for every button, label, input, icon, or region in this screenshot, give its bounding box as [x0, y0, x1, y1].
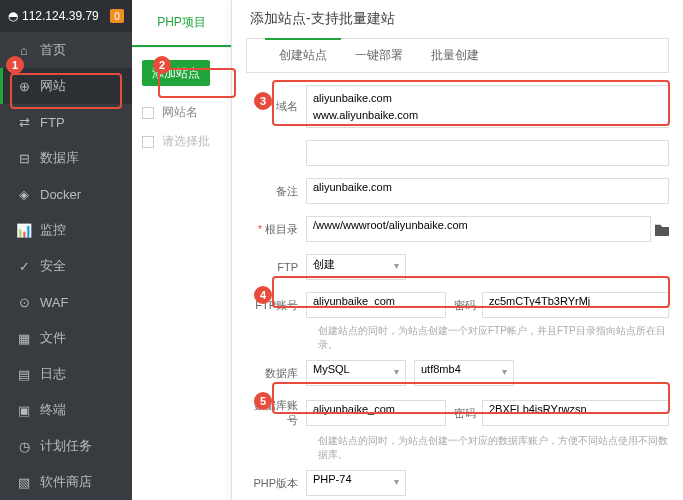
input-ftp-pw[interactable]: zc5mCTy4Tb3RYrMj — [482, 292, 669, 318]
tab-deploy[interactable]: 一键部署 — [341, 39, 417, 72]
select-charset[interactable]: utf8mb4 — [414, 360, 514, 386]
sidebar-icon: ⊟ — [16, 150, 32, 166]
label-remark: 备注 — [246, 184, 306, 199]
col-sitename: 网站名 — [162, 104, 198, 121]
select-db[interactable]: MySQL — [306, 360, 406, 386]
input-extra[interactable] — [306, 140, 669, 166]
checkbox-all[interactable] — [142, 107, 154, 119]
sidebar-label: 日志 — [40, 365, 66, 383]
tab-batch[interactable]: 批量创建 — [417, 39, 493, 72]
site-list-header: 网站名 — [132, 98, 231, 127]
ip-address: 112.124.39.79 — [22, 9, 99, 23]
sidebar-icon: ⊙ — [16, 294, 32, 310]
sidebar-label: 安全 — [40, 257, 66, 275]
sidebar-header: ◓ 112.124.39.79 0 — [0, 0, 132, 32]
label-php: PHP版本 — [246, 476, 306, 491]
label-db: 数据库 — [246, 366, 306, 381]
shield-icon: ◓ — [8, 9, 18, 23]
callout-4: 4 — [254, 286, 272, 304]
callout-5: 5 — [254, 392, 272, 410]
callout-3: 3 — [254, 92, 272, 110]
sidebar-item-10[interactable]: ▣终端 — [0, 392, 132, 428]
sidebar-label: 软件商店 — [40, 473, 92, 491]
sidebar-item-5[interactable]: 📊监控 — [0, 212, 132, 248]
project-tabs: PHP项目 — [132, 0, 231, 48]
sidebar-label: FTP — [40, 115, 65, 130]
input-domain[interactable]: aliyunbaike.com www.aliyunbaike.com — [306, 85, 669, 128]
sidebar-icon: ⌂ — [16, 42, 32, 58]
site-list-empty: 请选择批 — [132, 127, 231, 156]
sidebar-label: 首页 — [40, 41, 66, 59]
sidebar-icon: ◷ — [16, 438, 32, 454]
sidebar-item-11[interactable]: ◷计划任务 — [0, 428, 132, 464]
sidebar-icon: ▦ — [16, 330, 32, 346]
add-site-modal: 添加站点-支持批量建站 创建站点 一键部署 批量创建 域名 aliyunbaik… — [232, 0, 683, 500]
sidebar-label: 数据库 — [40, 149, 79, 167]
sidebar-icon: ✓ — [16, 258, 32, 274]
input-db-pw[interactable]: 2BXFLb4isRYrwzsn — [482, 400, 669, 426]
input-remark[interactable]: aliyunbaike.com — [306, 178, 669, 204]
sidebar-item-1[interactable]: ⊕网站 — [0, 68, 132, 104]
sidebar-label: 文件 — [40, 329, 66, 347]
select-php[interactable]: PHP-74 — [306, 470, 406, 496]
checkbox[interactable] — [142, 136, 154, 148]
label-db-pw: 密码 — [446, 406, 482, 421]
sidebar-item-2[interactable]: ⇄FTP — [0, 104, 132, 140]
sidebar-icon: ◈ — [16, 186, 32, 202]
input-db-user[interactable]: aliyunbaike_com — [306, 400, 446, 426]
sidebar-item-7[interactable]: ⊙WAF — [0, 284, 132, 320]
sidebar-item-12[interactable]: ▧软件商店 — [0, 464, 132, 500]
hint-db: 创建站点的同时，为站点创建一个对应的数据库账户，方便不同站点使用不同数据库。 — [318, 434, 669, 462]
notification-badge[interactable]: 0 — [110, 9, 124, 23]
sidebar-icon: ⊕ — [16, 78, 32, 94]
folder-icon[interactable] — [655, 222, 669, 236]
sidebar-label: 监控 — [40, 221, 66, 239]
sidebar-icon: 📊 — [16, 222, 32, 238]
site-column: PHP项目 添加站点 网站名 请选择批 — [132, 0, 232, 500]
form: 域名 aliyunbaike.com www.aliyunbaike.com 备… — [232, 73, 683, 500]
sidebar-label: 终端 — [40, 401, 66, 419]
sidebar-item-4[interactable]: ◈Docker — [0, 176, 132, 212]
hint-ftp: 创建站点的同时，为站点创建一个对应FTP帐户，并且FTP目录指向站点所在目录。 — [318, 324, 669, 352]
label-ftp: FTP — [246, 261, 306, 273]
sidebar-item-6[interactable]: ✓安全 — [0, 248, 132, 284]
sidebar-label: 计划任务 — [40, 437, 92, 455]
sidebar: ◓ 112.124.39.79 0 ⌂首页⊕网站⇄FTP⊟数据库◈Docker📊… — [0, 0, 132, 500]
label-root: 根目录 — [246, 222, 306, 237]
input-ftp-user[interactable]: aliyunbaike_com — [306, 292, 446, 318]
tab-create[interactable]: 创建站点 — [265, 38, 341, 72]
sidebar-label: Docker — [40, 187, 81, 202]
select-ftp[interactable]: 创建 — [306, 254, 406, 280]
sidebar-item-8[interactable]: ▦文件 — [0, 320, 132, 356]
label-ftp-pw: 密码 — [446, 298, 482, 313]
sidebar-label: 网站 — [40, 77, 66, 95]
sidebar-icon: ▧ — [16, 474, 32, 490]
sidebar-label: WAF — [40, 295, 68, 310]
sidebar-item-3[interactable]: ⊟数据库 — [0, 140, 132, 176]
tab-php[interactable]: PHP项目 — [132, 0, 231, 47]
sidebar-icon: ▣ — [16, 402, 32, 418]
modal-tabs: 创建站点 一键部署 批量创建 — [246, 38, 669, 73]
callout-2: 2 — [153, 56, 171, 74]
placeholder-text: 请选择批 — [162, 133, 210, 150]
sidebar-icon: ⇄ — [16, 114, 32, 130]
sidebar-icon: ▤ — [16, 366, 32, 382]
callout-1: 1 — [6, 56, 24, 74]
input-root[interactable]: /www/wwwroot/aliyunbaike.com — [306, 216, 651, 242]
modal-title: 添加站点-支持批量建站 — [232, 0, 683, 38]
sidebar-item-9[interactable]: ▤日志 — [0, 356, 132, 392]
